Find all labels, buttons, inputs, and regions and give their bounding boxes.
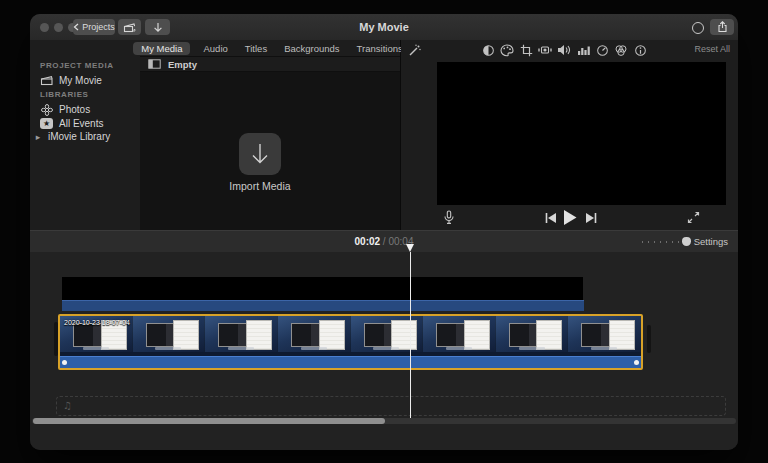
chevron-left-icon (73, 23, 79, 31)
sidebar-item-label: My Movie (59, 75, 102, 86)
title-bar: My Movie Projects (30, 14, 738, 41)
clip-right-trim-handle[interactable] (647, 325, 651, 353)
disclosure-triangle-icon[interactable]: ▸ (34, 130, 42, 143)
photos-flower-icon (40, 103, 53, 116)
import-toolbar-button[interactable] (145, 19, 170, 35)
clip-thumbnails (60, 316, 641, 352)
sidebar: PROJECT MEDIA My Movie LIBRARIES (30, 40, 141, 230)
clapperboard-icon (40, 74, 53, 87)
fullscreen-icon[interactable] (687, 211, 700, 224)
media-tab-bar: My Media Audio Titles Backgrounds Transi… (140, 40, 400, 56)
down-arrow-icon (153, 22, 163, 33)
settings-button[interactable]: Settings (694, 231, 728, 253)
media-browser-button[interactable] (118, 19, 141, 35)
crop-icon[interactable] (519, 43, 533, 57)
imovie-window: My Movie Projects (30, 14, 738, 450)
media-browser-pane: My Media Audio Titles Backgrounds Transi… (140, 40, 401, 230)
info-icon[interactable] (633, 43, 647, 57)
clip-audio-strip (60, 356, 641, 368)
timeline-scrollbar-track[interactable] (32, 418, 736, 424)
clip-thumbnail (423, 316, 496, 352)
tab-audio[interactable]: Audio (199, 42, 231, 55)
sidebar-item-imovie-library[interactable]: ▸ iMovie Library (30, 129, 140, 144)
color-correction-icon[interactable] (500, 43, 514, 57)
noise-reduction-icon[interactable] (576, 43, 590, 57)
clip-thumbnail (496, 316, 569, 352)
viewer-canvas (437, 62, 726, 205)
clip-thumbnail (205, 316, 278, 352)
enhance-wand-icon[interactable] (407, 43, 421, 57)
timecode-display: 00:02 / 00:04 (30, 231, 738, 253)
tab-titles[interactable]: Titles (241, 42, 271, 55)
background-music-well[interactable]: ♫ (56, 396, 726, 416)
speed-icon[interactable] (595, 43, 609, 57)
sidebar-item-photos[interactable]: Photos (30, 102, 140, 117)
audio-fade-handle-right[interactable] (634, 360, 639, 365)
browser-sidebar-toggle-icon[interactable] (148, 59, 161, 69)
sidebar-item-label: Photos (59, 104, 90, 115)
sidebar-item-label: iMovie Library (48, 131, 110, 142)
import-down-arrow-icon (250, 142, 270, 166)
content-row: PROJECT MEDIA My Movie LIBRARIES (30, 40, 738, 230)
clip-thumbnail (133, 316, 206, 352)
desktop-background: My Movie Projects (0, 0, 768, 463)
record-voiceover-mic-icon[interactable] (443, 210, 455, 225)
volume-icon[interactable] (557, 43, 571, 57)
clip-date-label: 2020-10-23 18-07-04 (64, 319, 130, 326)
projects-button-label: Projects (82, 22, 115, 32)
timeline-zoom-slider[interactable] (642, 241, 690, 243)
project-media-header: PROJECT MEDIA (40, 61, 114, 70)
import-media-button[interactable] (239, 133, 281, 175)
share-button[interactable] (710, 19, 734, 35)
preview-pane: Reset All (401, 40, 738, 230)
record-status-circle-icon[interactable] (692, 22, 704, 34)
current-time: 00:02 (355, 236, 381, 247)
stabilization-icon[interactable] (538, 43, 552, 57)
sidebar-item-my-movie[interactable]: My Movie (30, 73, 140, 88)
clip-thumbnail (278, 316, 351, 352)
tab-transitions[interactable]: Transitions (353, 42, 407, 55)
skip-back-icon[interactable] (545, 213, 557, 223)
close-window-icon[interactable] (40, 23, 49, 32)
clip-thumbnail (351, 316, 424, 352)
skip-forward-icon[interactable] (585, 213, 597, 223)
color-balance-icon[interactable] (481, 43, 495, 57)
all-events-star-icon: ★ (40, 118, 53, 129)
timeline-area: 2020-10-23 18-07-04 ♫ (30, 252, 738, 450)
media-browser-header: Empty (140, 56, 400, 72)
share-icon (717, 21, 728, 33)
import-media-label: Import Media (200, 180, 320, 192)
upper-clip-video[interactable] (62, 277, 583, 300)
clapperboard-note-icon (123, 22, 136, 33)
media-group-label: Empty (168, 59, 197, 70)
selected-clip[interactable]: 2020-10-23 18-07-04 (58, 314, 643, 370)
projects-back-button[interactable]: Projects (73, 19, 115, 35)
reset-all-button[interactable]: Reset All (694, 44, 730, 54)
libraries-header: LIBRARIES (40, 90, 89, 99)
minimize-window-icon[interactable] (54, 23, 63, 32)
playhead-marker[interactable] (406, 244, 414, 252)
timeline-scrollbar-thumb[interactable] (33, 418, 385, 424)
tab-backgrounds[interactable]: Backgrounds (280, 42, 343, 55)
play-icon[interactable] (563, 210, 577, 225)
clip-filter-icon[interactable] (614, 43, 628, 57)
upper-clip-audio[interactable] (62, 300, 584, 311)
music-note-icon: ♫ (63, 400, 72, 411)
playhead-line[interactable] (410, 252, 411, 418)
tab-my-media[interactable]: My Media (133, 42, 190, 55)
audio-fade-handle-left[interactable] (62, 360, 67, 365)
sidebar-item-label: All Events (59, 118, 103, 129)
timeline-toolbar: 00:02 / 00:04 Settings (30, 230, 738, 252)
zoom-slider-thumb[interactable] (682, 237, 691, 246)
clip-thumbnail (568, 316, 641, 352)
